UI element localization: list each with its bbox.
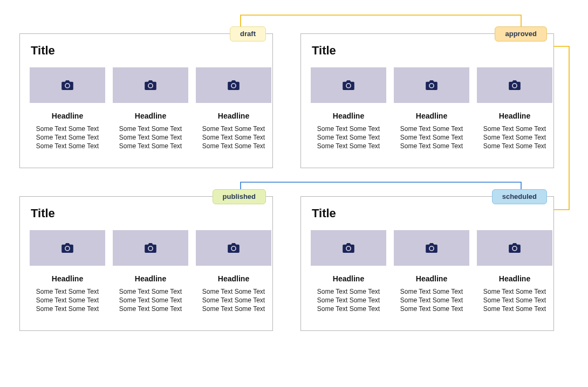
image-placeholder [113, 230, 188, 266]
content-card: Headline Some Text Some Text Some Text S… [196, 67, 271, 151]
arrow-scheduled-to-published [241, 182, 521, 196]
camera-icon [426, 243, 437, 253]
card-headline: Headline [477, 112, 552, 120]
card-headline: Headline [394, 274, 469, 283]
card-line: Some Text Some Text [477, 133, 552, 142]
card-line: Some Text Some Text [311, 125, 386, 133]
card-line: Some Text Some Text [196, 296, 271, 305]
card-line: Some Text Some Text [394, 125, 469, 133]
card-line: Some Text Some Text [30, 125, 105, 133]
card-line: Some Text Some Text [113, 287, 188, 296]
camera-icon [426, 80, 437, 90]
camera-icon [509, 80, 521, 90]
card-line: Some Text Some Text [394, 305, 469, 313]
card-headline: Headline [30, 112, 105, 120]
card-line: Some Text Some Text [30, 296, 105, 305]
image-placeholder [477, 230, 552, 266]
card-headline: Headline [30, 274, 105, 283]
content-card: Headline Some Text Some Text Some Text S… [477, 230, 552, 314]
image-placeholder [196, 67, 271, 103]
card-line: Some Text Some Text [30, 142, 105, 150]
card-line: Some Text Some Text [113, 133, 188, 142]
card-line: Some Text Some Text [477, 296, 552, 305]
panel-title: Title [30, 44, 267, 58]
panel-title: Title [311, 206, 548, 220]
card-line: Some Text Some Text [477, 305, 552, 313]
panel-title: Title [311, 44, 548, 58]
card-line: Some Text Some Text [113, 142, 188, 150]
card-line: Some Text Some Text [196, 287, 271, 296]
image-placeholder [311, 230, 386, 266]
card-line: Some Text Some Text [311, 296, 386, 305]
card-line: Some Text Some Text [394, 133, 469, 142]
camera-icon [145, 80, 156, 90]
image-placeholder [196, 230, 271, 266]
card-line: Some Text Some Text [394, 142, 469, 150]
card-row: Headline Some Text Some Text Some Text S… [311, 230, 548, 314]
status-badge-approved: approved [495, 26, 547, 42]
card-line: Some Text Some Text [477, 142, 552, 150]
content-card: Headline Some Text Some Text Some Text S… [477, 67, 552, 151]
card-line: Some Text Some Text [196, 305, 271, 313]
camera-icon [343, 80, 354, 90]
camera-icon [61, 243, 73, 253]
card-line: Some Text Some Text [311, 142, 386, 150]
status-badge-draft: draft [230, 26, 266, 42]
card-line: Some Text Some Text [311, 133, 386, 142]
card-line: Some Text Some Text [113, 305, 188, 313]
image-placeholder [30, 67, 105, 103]
card-line: Some Text Some Text [196, 142, 271, 150]
card-line: Some Text Some Text [113, 296, 188, 305]
card-headline: Headline [113, 274, 188, 283]
content-card: Headline Some Text Some Text Some Text S… [394, 67, 469, 151]
card-row: Headline Some Text Some Text Some Text S… [311, 67, 548, 151]
card-headline: Headline [477, 274, 552, 283]
card-line: Some Text Some Text [311, 287, 386, 296]
image-placeholder [394, 67, 469, 103]
card-row: Headline Some Text Some Text Some Text S… [30, 230, 267, 314]
content-card: Headline Some Text Some Text Some Text S… [30, 67, 105, 151]
status-badge-published: published [213, 189, 266, 204]
image-placeholder [394, 230, 469, 266]
panel-approved: approved Title Headline Some Text Some T… [300, 33, 554, 168]
content-card: Headline Some Text Some Text Some Text S… [113, 230, 188, 314]
content-card: Headline Some Text Some Text Some Text S… [113, 67, 188, 151]
card-line: Some Text Some Text [113, 125, 188, 133]
arrow-draft-to-approved [241, 15, 521, 33]
camera-icon [343, 243, 354, 253]
camera-icon [228, 80, 240, 90]
card-line: Some Text Some Text [30, 287, 105, 296]
panel-published: published Title Headline Some Text Some … [19, 196, 273, 331]
panel-scheduled: scheduled Title Headline Some Text Some … [300, 196, 554, 331]
content-card: Headline Some Text Some Text Some Text S… [30, 230, 105, 314]
card-headline: Headline [196, 274, 271, 283]
image-placeholder [30, 230, 105, 266]
image-placeholder [311, 67, 386, 103]
card-line: Some Text Some Text [30, 133, 105, 142]
card-line: Some Text Some Text [477, 287, 552, 296]
status-badge-scheduled: scheduled [492, 189, 547, 204]
camera-icon [509, 243, 521, 253]
card-line: Some Text Some Text [394, 296, 469, 305]
card-headline: Headline [196, 112, 271, 120]
card-line: Some Text Some Text [311, 305, 386, 313]
camera-icon [228, 243, 240, 253]
card-row: Headline Some Text Some Text Some Text S… [30, 67, 267, 151]
card-line: Some Text Some Text [477, 125, 552, 133]
panel-title: Title [30, 206, 267, 220]
card-headline: Headline [113, 112, 188, 120]
card-line: Some Text Some Text [196, 133, 271, 142]
image-placeholder [113, 67, 188, 103]
image-placeholder [477, 67, 552, 103]
content-card: Headline Some Text Some Text Some Text S… [311, 230, 386, 314]
card-headline: Headline [394, 112, 469, 120]
camera-icon [61, 80, 73, 90]
card-headline: Headline [311, 112, 386, 120]
content-card: Headline Some Text Some Text Some Text S… [196, 230, 271, 314]
panel-draft: draft Title Headline Some Text Some Text… [19, 33, 273, 168]
card-line: Some Text Some Text [394, 287, 469, 296]
card-line: Some Text Some Text [30, 305, 105, 313]
card-line: Some Text Some Text [196, 125, 271, 133]
content-card: Headline Some Text Some Text Some Text S… [394, 230, 469, 314]
card-headline: Headline [311, 274, 386, 283]
